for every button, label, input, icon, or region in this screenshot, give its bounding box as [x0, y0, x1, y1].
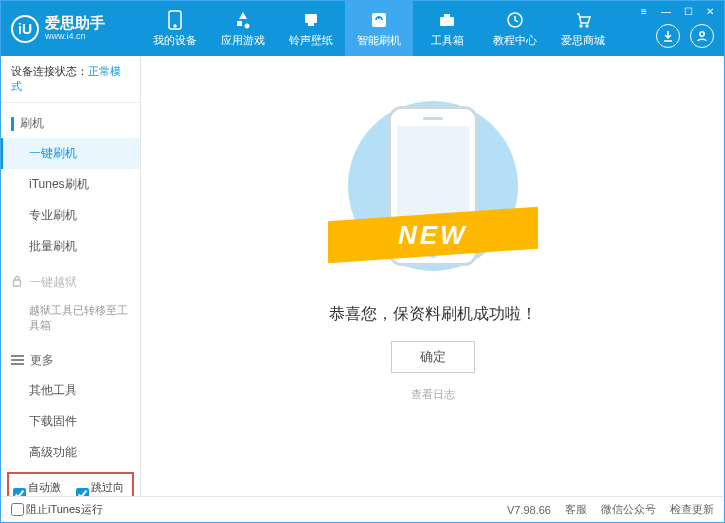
nav-label: 爱思商城	[561, 33, 605, 48]
music-icon	[301, 10, 321, 30]
service-link[interactable]: 客服	[565, 502, 587, 517]
hamburger-icon	[11, 355, 24, 365]
maximize-button[interactable]: ☐	[678, 3, 698, 19]
section-title: 更多	[30, 352, 54, 369]
sidebar-item-firmware[interactable]: 下载固件	[1, 406, 140, 437]
nav-ringtones[interactable]: 铃声壁纸	[277, 1, 345, 56]
logo-area: iU 爱思助手 www.i4.cn	[1, 15, 141, 43]
sidebar: 设备连接状态：正常模式 刷机 一键刷机 iTunes刷机 专业刷机 批量刷机 一…	[1, 56, 141, 496]
nav-store[interactable]: 爱思商城	[549, 1, 617, 56]
sidebar-item-oneclick[interactable]: 一键刷机	[1, 138, 140, 169]
view-log-link[interactable]: 查看日志	[411, 387, 455, 402]
confirm-button[interactable]: 确定	[391, 341, 475, 373]
nav-label: 我的设备	[153, 33, 197, 48]
nav-label: 应用游戏	[221, 33, 265, 48]
version-text: V7.98.66	[507, 504, 551, 516]
svg-rect-4	[372, 13, 386, 27]
header-actions	[656, 24, 714, 48]
jailbreak-section: 一键越狱 越狱工具已转移至工具箱	[1, 262, 140, 340]
nav-label: 智能刷机	[357, 33, 401, 48]
book-icon	[505, 10, 525, 30]
auto-activate-input[interactable]	[13, 488, 26, 496]
phone-icon	[165, 10, 185, 30]
header: iU 爱思助手 www.i4.cn 我的设备 应用游戏 铃声壁纸 智能刷机	[1, 1, 724, 56]
more-header[interactable]: 更多	[1, 346, 140, 375]
jailbreak-header: 一键越狱	[1, 268, 140, 297]
nav-my-device[interactable]: 我的设备	[141, 1, 209, 56]
svg-point-9	[586, 25, 588, 27]
logo-text: 爱思助手 www.i4.cn	[45, 15, 105, 41]
nav-tutorials[interactable]: 教程中心	[481, 1, 549, 56]
footer-left: 阻止iTunes运行	[11, 502, 103, 517]
connection-status: 设备连接状态：正常模式	[1, 56, 140, 103]
user-button[interactable]	[690, 24, 714, 48]
nav-label: 铃声壁纸	[289, 33, 333, 48]
sidebar-item-pro[interactable]: 专业刷机	[1, 200, 140, 231]
lock-icon	[11, 275, 23, 290]
sidebar-item-other[interactable]: 其他工具	[1, 375, 140, 406]
auto-activate-checkbox[interactable]: 自动激活	[13, 480, 66, 496]
app-url: www.i4.cn	[45, 32, 105, 42]
ribbon-text: NEW	[398, 220, 468, 251]
svg-rect-6	[444, 14, 450, 17]
cb-label: 跳过向导	[91, 480, 129, 496]
minimize-button[interactable]: —	[656, 3, 676, 19]
wechat-link[interactable]: 微信公众号	[601, 502, 656, 517]
jailbreak-note: 越狱工具已转移至工具箱	[1, 297, 140, 340]
svg-point-1	[174, 25, 176, 27]
logo-icon: iU	[11, 15, 39, 43]
close-button[interactable]: ✕	[700, 3, 720, 19]
section-title: 一键越狱	[29, 274, 77, 291]
nav-label: 工具箱	[431, 33, 464, 48]
success-message: 恭喜您，保资料刷机成功啦！	[329, 304, 537, 325]
svg-rect-5	[440, 17, 454, 26]
footer: 阻止iTunes运行 V7.98.66 客服 微信公众号 检查更新	[1, 496, 724, 522]
body: 设备连接状态：正常模式 刷机 一键刷机 iTunes刷机 专业刷机 批量刷机 一…	[1, 56, 724, 496]
svg-point-8	[580, 25, 582, 27]
main-content: NEW 恭喜您，保资料刷机成功啦！ 确定 查看日志	[141, 56, 724, 496]
svg-rect-3	[308, 23, 314, 26]
apps-icon	[233, 10, 253, 30]
cb-label: 阻止iTunes运行	[26, 502, 103, 517]
sidebar-item-advanced[interactable]: 高级功能	[1, 437, 140, 468]
success-illustration: NEW	[318, 96, 548, 276]
conn-label: 设备连接状态：	[11, 65, 88, 77]
section-bar-icon	[11, 117, 14, 131]
block-itunes-input[interactable]	[11, 503, 24, 516]
svg-rect-11	[14, 280, 21, 286]
flash-icon	[369, 10, 389, 30]
options-highlight: 自动激活 跳过向导	[7, 472, 134, 496]
nav-toolbox[interactable]: 工具箱	[413, 1, 481, 56]
flash-section: 刷机 一键刷机 iTunes刷机 专业刷机 批量刷机	[1, 103, 140, 262]
app-title: 爱思助手	[45, 15, 105, 32]
update-link[interactable]: 检查更新	[670, 502, 714, 517]
skip-guide-input[interactable]	[76, 488, 89, 496]
flash-header[interactable]: 刷机	[1, 109, 140, 138]
app-window: iU 爱思助手 www.i4.cn 我的设备 应用游戏 铃声壁纸 智能刷机	[0, 0, 725, 523]
download-button[interactable]	[656, 24, 680, 48]
toolbox-icon	[437, 10, 457, 30]
section-title: 刷机	[20, 115, 44, 132]
nav-flash[interactable]: 智能刷机	[345, 1, 413, 56]
svg-rect-2	[305, 14, 317, 23]
nav-label: 教程中心	[493, 33, 537, 48]
window-controls: ≡ — ☐ ✕	[634, 3, 720, 19]
nav-apps[interactable]: 应用游戏	[209, 1, 277, 56]
more-section: 更多 其他工具 下载固件 高级功能	[1, 340, 140, 468]
footer-right: V7.98.66 客服 微信公众号 检查更新	[507, 502, 714, 517]
settings-button[interactable]: ≡	[634, 3, 654, 19]
skip-guide-checkbox[interactable]: 跳过向导	[76, 480, 129, 496]
cb-label: 自动激活	[28, 480, 66, 496]
svg-point-10	[700, 32, 704, 36]
sidebar-item-itunes[interactable]: iTunes刷机	[1, 169, 140, 200]
cart-icon	[573, 10, 593, 30]
sidebar-item-batch[interactable]: 批量刷机	[1, 231, 140, 262]
block-itunes-checkbox[interactable]: 阻止iTunes运行	[11, 502, 103, 517]
